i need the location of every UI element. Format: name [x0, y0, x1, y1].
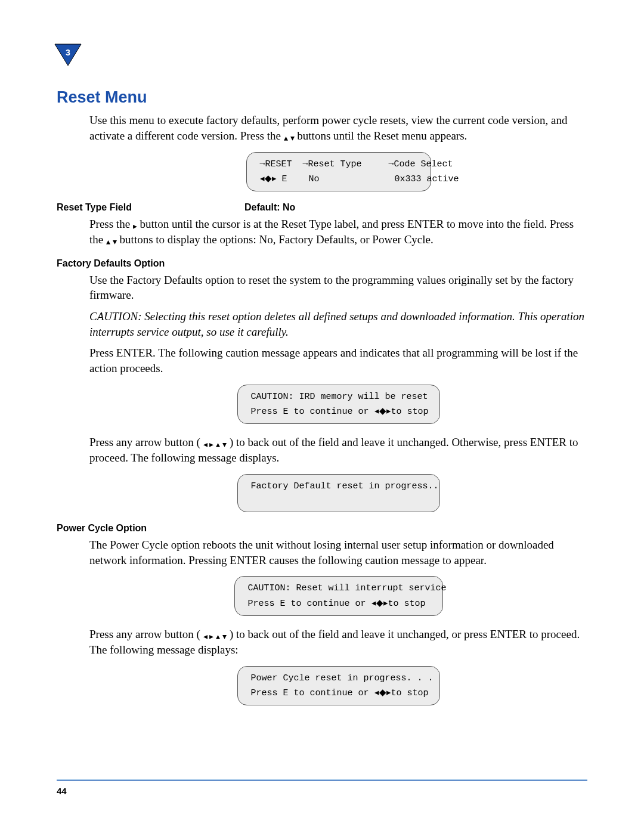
chapter-number: 3 [54, 48, 82, 57]
lcd-display-ird-caution: CAUTION: IRD memory will be reset Press … [237, 385, 440, 425]
intro-paragraph: Use this menu to execute factory default… [89, 113, 587, 144]
document-page: 3 Reset Menu Use this menu to execute fa… [0, 0, 644, 833]
page-footer: 44 [57, 779, 587, 796]
text: Press any arrow button ( [89, 436, 203, 448]
reset-type-paragraph: Press the ▸ button until the cursor is a… [89, 216, 587, 247]
backout2-paragraph: Press any arrow button ( ◂ ▸ ▴ ▾ ) to ba… [89, 627, 587, 658]
lcd-display-reset-menu: →RESET →Reset Type →Code Select ◂◆▸ E No… [246, 152, 431, 192]
footer-rule [57, 779, 587, 781]
lcd-line [251, 495, 256, 505]
subhead-power-cycle: Power Cycle Option [57, 523, 587, 534]
lcd-line: to stop [391, 688, 429, 698]
lcd-line: CAUTION: Reset will interrupt service [248, 583, 447, 593]
lcd-line: Factory Default reset in progress.. [251, 481, 439, 491]
text: Press any arrow button ( [89, 628, 203, 640]
field-label: Reset Type Field [57, 202, 244, 213]
nav-arrows-icon: ◂◆▸ [374, 404, 391, 417]
lcd-line: to stop [391, 407, 429, 417]
up-down-icon: ▴ ▾ [284, 132, 295, 144]
lcd-line: E No 0x333 active [277, 174, 459, 184]
body-column: Use this menu to execute factory default… [89, 113, 587, 191]
lcd-line: Power Cycle reset in progress. . . [251, 673, 434, 683]
all-arrows-icon: ◂ ▸ ▴ ▾ [203, 439, 227, 450]
all-arrows-icon: ◂ ▸ ▴ ▾ [203, 631, 227, 642]
up-down-icon: ▴ ▾ [106, 236, 117, 247]
section-title: Reset Menu [57, 88, 587, 107]
lcd-display-power-progress: Power Cycle reset in progress. . . Press… [237, 666, 440, 706]
lcd-line: Press E to continue or [251, 688, 374, 698]
lcd-line: →RESET →Reset Type →Code Select [260, 159, 453, 169]
nav-arrows-icon: ◂◆▸ [371, 596, 388, 609]
nav-arrows-icon: ◂◆▸ [260, 171, 277, 185]
backout-paragraph: Press any arrow button ( ◂ ▸ ▴ ▾ ) to ba… [89, 435, 587, 466]
enter-paragraph: Press ENTER. The following caution messa… [89, 345, 587, 376]
text: Press the [89, 218, 133, 230]
field-row: Reset Type Field Default: No [57, 202, 587, 213]
page-number: 44 [57, 786, 587, 796]
lcd-line: Press E to continue or [248, 599, 371, 609]
chapter-badge: 3 [54, 43, 82, 72]
lcd-line: Press E to continue or [251, 407, 374, 417]
lcd-display-interrupt-caution: CAUTION: Reset will interrupt service Pr… [234, 576, 443, 616]
subhead-factory-defaults: Factory Defaults Option [57, 258, 587, 269]
right-arrow-icon: ▸ [133, 221, 137, 232]
caution-paragraph: CAUTION: Selecting this reset option del… [89, 309, 587, 339]
field-default: Default: No [244, 202, 295, 213]
lcd-line: CAUTION: IRD memory will be reset [251, 392, 428, 402]
lcd-display-factory-progress: Factory Default reset in progress.. [237, 474, 440, 513]
lcd-line: to stop [388, 599, 426, 609]
text: buttons to display the options: No, Fact… [120, 233, 434, 246]
power-cycle-paragraph: The Power Cycle option reboots the unit … [89, 537, 587, 568]
nav-arrows-icon: ◂◆▸ [374, 685, 391, 699]
text: buttons until the Reset menu appears. [297, 129, 467, 142]
factory-paragraph: Use the Factory Defaults option to reset… [89, 272, 587, 303]
